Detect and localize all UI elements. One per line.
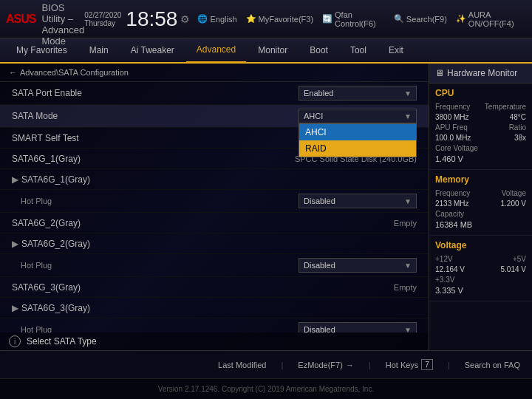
volt-12-5-values: 12.164 V 5.014 V [435, 265, 526, 273]
nav-my-favorites[interactable]: My Favorites [6, 38, 78, 63]
nav-bar: My Favorites Main Ai Tweaker Advanced Mo… [0, 38, 532, 64]
nav-monitor[interactable]: Monitor [248, 38, 298, 63]
hot-plug-1-dropdown[interactable]: Disabled ▼ [299, 194, 417, 208]
volt-12-5-labels: +12V +5V [435, 255, 526, 263]
search-icon: 🔍 [394, 14, 404, 24]
breadcrumb: ← Advanced\SATA Configuration [0, 64, 429, 82]
sata-mode-row: SATA Mode AHCI ▼ AHCI RAID [0, 105, 429, 128]
footer-text: Version 2.17.1246. Copyright (C) 2019 Am… [158, 385, 374, 393]
chevron-down-icon: ▼ [404, 89, 412, 98]
hot-plug-2-row: Hot Plug Disabled ▼ [0, 254, 429, 277]
core-voltage-label-row: Core Voltage [435, 144, 526, 152]
cpu-frequency-label: Frequency [435, 103, 470, 111]
hardware-monitor-header: 🖥 Hardware Monitor [429, 64, 532, 83]
mem-voltage-value: 1.200 V [501, 200, 526, 208]
voltage-section-title: Voltage [435, 240, 526, 250]
sata6g3-row: SATA6G_3(Gray) Empty [0, 277, 429, 298]
cpu-section: CPU Frequency Temperature 3800 MHz 48°C … [429, 83, 532, 170]
sata6g2-row: SATA6G_2(Gray) Empty [0, 213, 429, 233]
settings-list: SATA Port Enable Enabled ▼ SATA Mode AHC… [0, 82, 429, 332]
header-date: 02/27/2020 Thursday [84, 11, 121, 27]
sata6g3-expand-label: SATA6G_3(Gray) [21, 303, 417, 313]
hot-plug-2-dropdown[interactable]: Disabled ▼ [299, 258, 417, 273]
arrow-icon: → [346, 361, 354, 369]
ratio-label: Ratio [509, 123, 526, 132]
info-icon: i [9, 335, 21, 347]
core-voltage-label: Core Voltage [435, 144, 478, 152]
expand-icon[interactable]: ▶ [12, 174, 18, 185]
sata6g2-expand-label: SATA6G_2(Gray) [21, 239, 417, 249]
volt-33v-label: +3.3V [435, 276, 454, 284]
status-hint-text: Select SATA Type [27, 336, 97, 347]
search-shortcut[interactable]: 🔍 Search(F9) [394, 14, 447, 24]
left-panel: ← Advanced\SATA Configuration SATA Port … [0, 64, 429, 350]
hot-plug-2-label: Hot Plug [21, 261, 299, 270]
sata-mode-value: AHCI ▼ AHCI RAID [299, 109, 417, 123]
header-icons: 🌐 English ⭐ MyFavorite(F3) 🔄 Qfan Contro… [197, 10, 526, 28]
bottom-bar: Last Modified | EzMode(F7) → | Hot Keys … [0, 350, 532, 378]
nav-tool[interactable]: Tool [340, 38, 377, 63]
last-modified-text: Last Modified [218, 361, 266, 369]
raid-option[interactable]: RAID [299, 140, 416, 157]
chevron-down-icon: ▼ [404, 197, 412, 205]
settings-icon[interactable]: ⚙ [180, 13, 190, 25]
header-time: 18:58 [126, 7, 177, 31]
nav-main[interactable]: Main [79, 38, 119, 63]
hot-plug-3-dropdown[interactable]: Disabled ▼ [299, 322, 417, 332]
monitor-icon: 🖥 [435, 68, 444, 78]
hardware-monitor-title: Hardware Monitor [447, 68, 517, 78]
sata-port-enable-value: Enabled ▼ [299, 86, 417, 100]
sata6g1-expand-label: SATA6G_1(Gray) [21, 174, 417, 185]
volt-12v-value: 12.164 V [435, 265, 465, 273]
mem-freq-volt-labels: Frequency Voltage [435, 189, 526, 197]
footer: Version 2.17.1246. Copyright (C) 2019 Am… [0, 378, 532, 399]
apu-freq-label: APU Freq [435, 123, 468, 132]
hot-plug-1-row: Hot Plug Disabled ▼ [0, 190, 429, 213]
ezmode-button[interactable]: EzMode(F7) → [298, 361, 354, 369]
sata6g1-label: SATA6G_1(Gray) [12, 154, 295, 164]
language-selector[interactable]: 🌐 English [197, 14, 236, 24]
mem-capacity-value: 16384 MB [435, 220, 526, 229]
hot-plug-3-label: Hot Plug [21, 325, 299, 332]
sata6g2-expand-row: ▶ SATA6G_2(Gray) [0, 233, 429, 254]
hotkeys-button[interactable]: Hot Keys 7 [386, 359, 433, 370]
my-favorites-shortcut[interactable]: ⭐ MyFavorite(F3) [246, 14, 314, 24]
globe-icon: 🌐 [197, 14, 208, 24]
nav-ai-tweaker[interactable]: Ai Tweaker [120, 38, 185, 63]
back-arrow-icon[interactable]: ← [9, 68, 17, 77]
cpu-section-title: CPU [435, 88, 526, 98]
ahci-option[interactable]: AHCI [299, 124, 416, 140]
nav-exit[interactable]: Exit [378, 38, 414, 63]
search-faq-button[interactable]: Search on FAQ [465, 361, 520, 369]
divider-3: | [448, 361, 450, 369]
sata-port-enable-dropdown[interactable]: Enabled ▼ [299, 86, 417, 100]
mem-freq-volt-values: 2133 MHz 1.200 V [435, 200, 526, 208]
qfan-control[interactable]: 🔄 Qfan Control(F6) [322, 10, 385, 28]
volt-5v-value: 5.014 V [501, 265, 526, 273]
sata6g2-label: SATA6G_2(Gray) [12, 218, 394, 228]
expand-icon[interactable]: ▶ [12, 303, 18, 313]
nav-advanced[interactable]: Advanced [186, 38, 246, 63]
chevron-down-icon: ▼ [404, 326, 412, 333]
aura-icon: ✨ [456, 14, 466, 24]
sata6g3-label: SATA6G_3(Gray) [12, 282, 394, 293]
nav-boot[interactable]: Boot [299, 38, 338, 63]
mem-capacity-label-row: Capacity [435, 210, 526, 218]
apu-freq-value: 100.0 MHz [435, 134, 471, 142]
voltage-section: Voltage +12V +5V 12.164 V 5.014 V +3.3V … [429, 236, 532, 301]
sata6g1-expand-row: ▶ SATA6G_1(Gray) [0, 169, 429, 190]
core-voltage-value: 1.460 V [435, 154, 526, 163]
sata-mode-dropdown[interactable]: AHCI ▼ [299, 109, 417, 123]
fan-icon: 🔄 [322, 14, 332, 24]
cpu-freq-temp-values: 3800 MHz 48°C [435, 113, 526, 121]
cpu-temperature-label: Temperature [485, 103, 526, 111]
sata6g3-expand-row: ▶ SATA6G_3(Gray) [0, 298, 429, 318]
main-layout: ← Advanced\SATA Configuration SATA Port … [0, 64, 532, 350]
aura-toggle[interactable]: ✨ AURA ON/OFF(F4) [456, 10, 526, 28]
chevron-down-icon: ▼ [404, 262, 412, 270]
volt-33-label-row: +3.3V [435, 276, 526, 284]
divider-1: | [281, 361, 283, 369]
hot-plug-1-label: Hot Plug [21, 197, 299, 205]
expand-icon[interactable]: ▶ [12, 239, 18, 249]
memory-section: Memory Frequency Voltage 2133 MHz 1.200 … [429, 170, 532, 236]
